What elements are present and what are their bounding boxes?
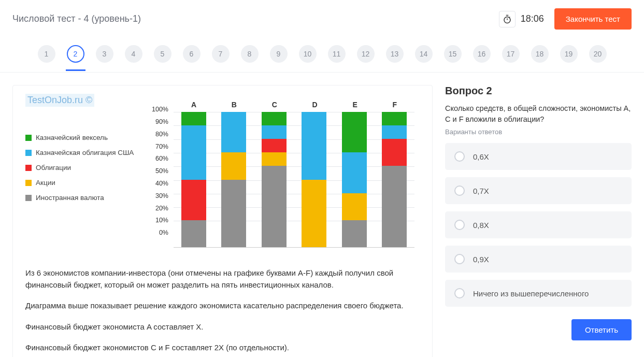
- question-nav-13[interactable]: 13: [386, 45, 404, 63]
- bar-segment: [221, 180, 246, 248]
- radio-icon: [454, 288, 465, 298]
- y-tick: 50%: [148, 167, 171, 180]
- question-nav-14[interactable]: 14: [415, 45, 433, 63]
- legend-swatch: [25, 150, 32, 156]
- y-tick: 30%: [148, 192, 171, 205]
- timer-value: 18:06: [521, 13, 544, 24]
- legend-swatch: [25, 180, 32, 186]
- question-nav-10[interactable]: 10: [299, 45, 317, 63]
- bar-segment: [262, 112, 287, 125]
- bar-segment: [302, 112, 326, 180]
- chart-legend: Казначейский вексельКазначейская облигац…: [25, 103, 139, 258]
- answer-option-0[interactable]: 0,6X: [445, 143, 632, 170]
- question-nav-17[interactable]: 17: [502, 45, 520, 63]
- bar-segment: [382, 166, 407, 247]
- question-nav-1[interactable]: 1: [38, 45, 55, 63]
- y-tick: 70%: [148, 143, 171, 155]
- x-tick: C: [272, 101, 277, 109]
- legend-swatch: [25, 135, 32, 141]
- legend-label: Казначейский вексель: [36, 134, 108, 141]
- bar-segment: [342, 193, 367, 220]
- answer-option-2[interactable]: 0,8X: [445, 211, 632, 238]
- question-heading: Вопрос 2: [445, 85, 632, 97]
- question-nav-2[interactable]: 2: [67, 45, 84, 63]
- legend-label: Иностранная валюта: [36, 194, 104, 202]
- chart-panel: TestOnJob.ru © Казначейский вексельКазна…: [12, 85, 433, 357]
- y-tick: 60%: [148, 155, 171, 167]
- bar-segment: [181, 125, 206, 179]
- x-tick: A: [191, 101, 196, 109]
- question-nav-11[interactable]: 11: [328, 45, 346, 63]
- y-tick: 90%: [148, 118, 171, 131]
- description-paragraph: Финансовый бюджет экономиста A составляе…: [25, 321, 420, 333]
- question-panel: Вопрос 2 Сколько средств, в общей сложно…: [445, 85, 632, 340]
- legend-item: Акции: [25, 179, 139, 187]
- question-nav-8[interactable]: 8: [241, 45, 259, 63]
- answer-option-1[interactable]: 0,7X: [445, 177, 632, 204]
- option-label: 0,6X: [473, 152, 489, 161]
- bar-segment: [382, 139, 407, 166]
- bar-D: [302, 112, 326, 247]
- answer-option-3[interactable]: 0,9X: [445, 246, 632, 273]
- answer-button[interactable]: Ответить: [571, 319, 632, 340]
- answer-option-4[interactable]: Ничего из вышеперечисленного: [445, 280, 632, 307]
- radio-icon: [454, 254, 465, 264]
- radio-icon: [454, 220, 465, 230]
- answers-subheading: Варианты ответов: [445, 128, 632, 136]
- legend-item: Казначейская облигация США: [25, 149, 139, 156]
- legend-item: Казначейский вексель: [25, 134, 139, 141]
- x-tick: F: [393, 101, 397, 109]
- question-nav-7[interactable]: 7: [212, 45, 230, 63]
- option-label: 0,8X: [473, 221, 489, 230]
- question-nav: 1234567891011121314151617181920: [0, 38, 644, 73]
- y-tick: 40%: [148, 180, 171, 192]
- x-tick: B: [232, 101, 237, 109]
- legend-label: Казначейская облигация США: [36, 149, 134, 156]
- bar-segment: [221, 152, 246, 179]
- header: Числовой тест - 4 (уровень-1) 18:06 Зако…: [0, 0, 644, 38]
- bar-segment: [262, 125, 287, 139]
- question-nav-4[interactable]: 4: [125, 45, 142, 63]
- question-nav-15[interactable]: 15: [444, 45, 462, 63]
- y-tick: 20%: [148, 205, 171, 217]
- bar-segment: [262, 139, 287, 152]
- x-tick: D: [312, 101, 318, 109]
- bar-segment: [382, 112, 407, 125]
- y-tick: 10%: [148, 217, 171, 229]
- bar-segment: [262, 166, 287, 247]
- description-paragraph: Диаграмма выше показывает решение каждог…: [25, 300, 420, 312]
- legend-item: Иностранная валюта: [25, 194, 139, 202]
- question-nav-12[interactable]: 12: [357, 45, 375, 63]
- question-nav-19[interactable]: 19: [560, 45, 578, 63]
- question-nav-5[interactable]: 5: [154, 45, 171, 63]
- finish-test-button[interactable]: Закончить тест: [554, 8, 632, 30]
- x-tick: E: [352, 101, 357, 109]
- question-nav-16[interactable]: 16: [473, 45, 491, 63]
- y-tick: 0%: [148, 229, 171, 241]
- bar-segment: [342, 152, 367, 193]
- question-nav-6[interactable]: 6: [183, 45, 201, 63]
- question-nav-18[interactable]: 18: [531, 45, 549, 63]
- bar-F: [382, 112, 407, 247]
- legend-swatch: [25, 195, 32, 201]
- y-tick: 80%: [148, 131, 171, 143]
- bar-E: [342, 112, 367, 247]
- chart-area: ABCDEF 0%10%20%30%40%50%60%70%80%90%100%: [148, 103, 420, 258]
- radio-icon: [454, 151, 465, 162]
- bar-segment: [221, 112, 246, 152]
- stopwatch-icon: [499, 11, 516, 27]
- timer: 18:06: [499, 11, 544, 27]
- legend-label: Акции: [36, 179, 55, 187]
- description-paragraph: Из 6 экономистов компании-инвестора (они…: [25, 267, 420, 291]
- question-nav-9[interactable]: 9: [270, 45, 288, 63]
- description-paragraph: Финансовый бюджет экономистов С и F сост…: [25, 342, 420, 354]
- legend-label: Облигации: [36, 164, 71, 172]
- legend-swatch: [25, 165, 32, 171]
- option-label: 0,7X: [473, 187, 489, 195]
- question-nav-3[interactable]: 3: [96, 45, 113, 63]
- question-nav-20[interactable]: 20: [589, 45, 607, 63]
- bar-segment: [382, 125, 407, 139]
- bar-segment: [181, 180, 206, 220]
- option-label: 0,9X: [473, 255, 489, 264]
- bar-segment: [342, 112, 367, 152]
